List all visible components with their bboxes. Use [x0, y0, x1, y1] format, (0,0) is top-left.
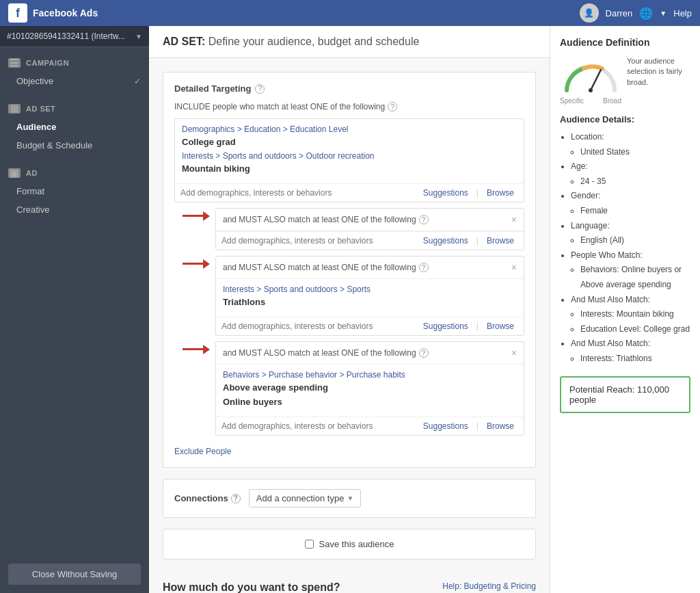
- must-also-info-icon-3[interactable]: ?: [419, 348, 429, 358]
- svg-line-0: [591, 70, 601, 90]
- sidebar-item-budget-schedule[interactable]: Budget & Schedule: [0, 136, 149, 155]
- browse-btn-m1[interactable]: Browse: [483, 236, 518, 246]
- must-also-info-2: and MUST ALSO match at least ONE of the …: [223, 263, 429, 272]
- must-also-content-1: and MUST ALSO match at least ONE of the …: [215, 208, 524, 250]
- gauge-description: Your audience selection is fairly broad.: [627, 56, 690, 88]
- sidebar-section-header-campaign: ☰ CAMPAIGN: [0, 55, 149, 72]
- help-link[interactable]: Help: [673, 8, 692, 18]
- include-info-icon[interactable]: ?: [388, 102, 397, 111]
- close-must-also-2[interactable]: ×: [511, 262, 517, 273]
- must-also-input-2[interactable]: [221, 321, 414, 331]
- connections-section: Connections ? Add a connection type ▼: [163, 479, 536, 518]
- suggestions-btn-m1[interactable]: Suggestions: [419, 236, 472, 246]
- campaign-section-icon: ☰: [8, 58, 21, 68]
- must-also-row-3: and MUST ALSO match at least ONE of the …: [174, 341, 524, 436]
- tag-triathlons: Triathlons: [223, 297, 517, 307]
- globe-icon[interactable]: 🌐: [639, 7, 653, 20]
- sidebar-section-header-ad: ▣ AD: [0, 166, 149, 182]
- must-also-input-3[interactable]: [221, 421, 414, 431]
- app-title: Facebook Ads: [33, 8, 98, 18]
- browse-btn-1[interactable]: Browse: [483, 188, 518, 198]
- detail-language: Language: English (All): [571, 219, 690, 248]
- detail-gender: Gender: Female: [571, 189, 690, 218]
- must-also-input-1[interactable]: [221, 236, 414, 246]
- suggestions-btn-m3[interactable]: Suggestions: [419, 421, 472, 431]
- campaign-dropdown[interactable]: #10102865941332411 (Intertw... ▼: [0, 26, 149, 47]
- targeting-input-1[interactable]: [180, 188, 414, 198]
- sidebar-item-audience[interactable]: Audience: [0, 118, 149, 136]
- layout: #10102865941332411 (Intertw... ▼ ☰ CAMPA…: [0, 26, 700, 593]
- add-connection-type-button[interactable]: Add a connection type ▼: [249, 489, 362, 508]
- must-also-content-3: and MUST ALSO match at least ONE of the …: [215, 341, 524, 436]
- must-also-info-3: and MUST ALSO match at least ONE of the …: [223, 348, 429, 358]
- sidebar-section-campaign: ☰ CAMPAIGN Objective ✓: [0, 47, 149, 93]
- close-must-also-3[interactable]: ×: [511, 347, 517, 358]
- budget-help-link[interactable]: Help: Budgeting & Pricing: [442, 581, 536, 591]
- must-also-row-1: and MUST ALSO match at least ONE of the …: [174, 208, 524, 250]
- must-also-header-3: and MUST ALSO match at least ONE of the …: [216, 342, 524, 365]
- red-arrow-icon-1: [183, 211, 210, 222]
- save-audience-checkbox[interactable]: [305, 540, 314, 549]
- connections-label: Connections ?: [174, 493, 241, 503]
- gauge-wrap: Specific Broad: [560, 56, 621, 105]
- tag-mountain-biking: Mountain biking: [182, 163, 517, 174]
- main-content: AD SET: Define your audience, budget and…: [149, 26, 550, 593]
- connections-info-icon[interactable]: ?: [231, 494, 241, 503]
- adset-section-icon: ⊞: [8, 104, 21, 114]
- targeting-info-icon[interactable]: ?: [255, 84, 265, 94]
- include-label: INCLUDE people who match at least ONE of…: [174, 102, 524, 111]
- sidebar-item-creative[interactable]: Creative: [0, 200, 149, 219]
- suggestions-btn-m2[interactable]: Suggestions: [419, 321, 472, 331]
- gauge-svg: [560, 56, 621, 94]
- campaign-dropdown-label: #10102865941332411 (Intertw...: [7, 31, 125, 41]
- targeting-header: Detailed Targeting ?: [174, 83, 524, 94]
- potential-reach-box: Potential Reach: 110,000 people: [560, 376, 690, 413]
- must-also-actions-3: Suggestions | Browse: [419, 421, 518, 431]
- save-audience-label: Save this audience: [319, 539, 394, 549]
- audience-details-title: Audience Details:: [560, 114, 690, 124]
- nav-left: f Facebook Ads: [8, 3, 98, 23]
- exclude-people-link[interactable]: Exclude People: [174, 447, 231, 456]
- close-must-also-1[interactable]: ×: [511, 214, 517, 225]
- chevron-down-icon: ▼: [135, 33, 142, 40]
- browse-btn-m3[interactable]: Browse: [483, 421, 518, 431]
- must-also-info-icon-1[interactable]: ?: [419, 215, 429, 224]
- ad-section-icon: ▣: [8, 168, 21, 178]
- audience-details-list: Location: United States Age: 24 - 35 Gen…: [560, 130, 690, 367]
- gauge-broad-label: Broad: [603, 97, 621, 105]
- browse-btn-m2[interactable]: Browse: [483, 321, 518, 331]
- arrow-3: [174, 341, 215, 355]
- save-audience-section: Save this audience: [163, 529, 536, 559]
- detail-must-also-match-2: And Must Also Match: Interests: Triathlo…: [571, 337, 690, 366]
- sidebar-section-header-adset: ⊞ AD SET: [0, 101, 149, 118]
- breadcrumb-education: Demographics > Education > Education Lev…: [182, 124, 517, 134]
- content-area: Detailed Targeting ? INCLUDE people who …: [149, 58, 550, 593]
- must-also-input-row-2: Suggestions | Browse: [216, 317, 524, 335]
- close-without-saving-button[interactable]: Close Without Saving: [8, 564, 141, 585]
- targeting-box-1: Demographics > Education > Education Lev…: [174, 118, 524, 202]
- red-arrow-icon-3: [183, 344, 210, 355]
- user-name: Darren: [606, 8, 633, 18]
- sidebar-item-objective[interactable]: Objective ✓: [0, 72, 149, 90]
- audience-definition-title: Audience Definition: [560, 37, 690, 48]
- budget-header: How much do you want to spend?: [163, 573, 340, 593]
- red-arrow-icon-2: [183, 259, 210, 269]
- avatar: 👤: [580, 3, 599, 23]
- gauge-container: Specific Broad Your audience selection i…: [560, 56, 690, 105]
- targeting-box-1-inner: Demographics > Education > Education Lev…: [175, 119, 524, 183]
- must-also-info-icon-2[interactable]: ?: [419, 263, 429, 272]
- gauge-specific-label: Specific: [560, 97, 584, 105]
- detail-age: Age: 24 - 35: [571, 159, 690, 189]
- breadcrumb-behaviors: Behaviors > Purchase behavior > Purchase…: [223, 370, 517, 380]
- tag-above-avg: Above average spending: [223, 382, 517, 393]
- must-also-input-row-1: Suggestions | Browse: [216, 231, 524, 250]
- chevron-down-icon[interactable]: ▼: [660, 10, 667, 17]
- must-also-info-1: and MUST ALSO match at least ONE of the …: [223, 215, 429, 224]
- sidebar-item-format[interactable]: Format: [0, 182, 149, 200]
- suggestions-btn-1[interactable]: Suggestions: [419, 188, 472, 198]
- audience-details: Location: United States Age: 24 - 35 Gen…: [560, 130, 690, 367]
- targeting-actions-1: Suggestions | Browse: [419, 188, 518, 198]
- targeting-section: Detailed Targeting ? INCLUDE people who …: [163, 72, 536, 468]
- tag-college-grad: College grad: [182, 137, 517, 147]
- must-also-header-2: and MUST ALSO match at least ONE of the …: [216, 256, 524, 279]
